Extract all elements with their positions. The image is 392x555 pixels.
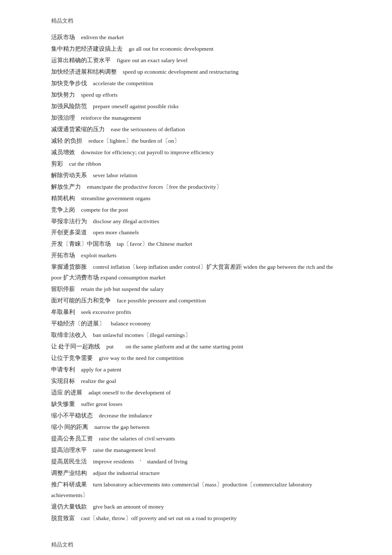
footer-label: 精品文档: [51, 541, 341, 549]
list-item: 让位于竞争需要 give way to the need for competi…: [51, 353, 341, 364]
english-text: ease the seriousness of deflation: [111, 126, 185, 132]
english-text: seek excessive profits: [81, 309, 131, 315]
list-item: 缩小不平稳状态 decrease the imbalance: [51, 411, 341, 421]
english-text: tap〔favor〕the Chinese market: [117, 241, 192, 247]
english-text: reinforce the management: [81, 115, 141, 121]
english-text: narrow the gap between: [94, 424, 149, 430]
chinese-text: 解除劳动关系: [51, 172, 87, 178]
chinese-text: 推广科研成果: [51, 481, 87, 488]
english-text: streamline government organs: [81, 195, 150, 201]
list-item: 实现目标 realize the goal: [51, 376, 341, 387]
english-text: speed up efforts: [81, 92, 118, 98]
english-text: speed up economic development and restru…: [123, 69, 239, 75]
chinese-text: 减缓通货紧缩的压力: [51, 126, 105, 132]
chinese-text: 提高居民生活: [51, 458, 87, 465]
chinese-text: 退仍大量钱款: [51, 503, 87, 510]
chinese-text: 加快经济进展和结构调整: [51, 69, 117, 75]
list-item: 推广科研成果 turn laboratory achievements into…: [51, 480, 341, 501]
chinese-text: 脱贫致富: [51, 515, 75, 521]
list-item: 平稳经济〔的进展〕 balance economy: [51, 319, 341, 329]
chinese-text: 调整产业结构: [51, 470, 87, 476]
list-item: 留职停薪 retain the job but suspend the sala…: [51, 284, 341, 295]
chinese-text: 牟取暴利: [51, 309, 75, 315]
chinese-text: 提高公务员工资: [51, 435, 93, 442]
english-text: turn laboratory achievements into commer…: [51, 481, 312, 498]
chinese-text: 开创更多渠道: [51, 229, 87, 236]
chinese-text: 平稳经济〔的进展〕: [51, 320, 105, 327]
chinese-text: 加快竞争步伐: [51, 80, 87, 86]
chinese-text: 开拓市场: [51, 252, 75, 259]
entry-list: 活跃市场 enliven the market集中精力把经济建设搞上去 go a…: [51, 32, 341, 524]
list-item: 提高公务员工资 raise the salaries of civil serv…: [51, 434, 341, 444]
list-item: 精简机构 streamline government organs: [51, 193, 341, 204]
english-text: balance economy: [111, 320, 151, 327]
chinese-text: 让 处于同一起跑线: [51, 343, 100, 350]
list-item: 加快竞争步伐 accelerate the competition: [51, 78, 341, 89]
english-text: put on the same platform and at the same…: [106, 343, 243, 350]
chinese-text: 缺失惨重: [51, 401, 75, 407]
english-text: open more channels: [93, 229, 139, 236]
list-item: 提高居民生活 improve residents ' standard of l…: [51, 457, 341, 467]
list-item: 退仍大量钱款 give back an amount of money: [51, 502, 341, 512]
list-item: 缺失惨重 suffer great losses: [51, 399, 341, 410]
list-item: 解除劳动关系 sever labor relation: [51, 170, 341, 181]
chinese-text: 竞争上岗: [51, 207, 75, 213]
english-text: prepare oneself against possible risks: [93, 103, 179, 109]
list-item: 加快经济进展和结构调整 speed up economic developmen…: [51, 67, 341, 78]
english-text: realize the goal: [81, 378, 116, 384]
chinese-text: 适应 的进展: [51, 389, 82, 396]
list-item: 加快努力 speed up efforts: [51, 90, 341, 101]
english-text: figure out an exact salary level: [117, 57, 187, 63]
list-item: 牟取暴利 seek excessive profits: [51, 307, 341, 318]
list-item: 面对可能的压力和竞争 face possible pressure and co…: [51, 296, 341, 306]
chinese-text: 加强治理: [51, 115, 75, 121]
list-item: 运算出精确的工资水平 figure out an exact salary le…: [51, 55, 341, 66]
list-item: 调整产业结构 adjust the industrial structure: [51, 468, 341, 479]
chinese-text: 实现目标: [51, 378, 75, 384]
english-text: compete for the post: [81, 207, 128, 213]
chinese-text: 提高治理水平: [51, 447, 87, 453]
english-text: emancipate the productive forces〔free th…: [87, 184, 222, 190]
english-text: give back an amount of money: [93, 503, 164, 510]
list-item: 提高治理水平 raise the management level: [51, 445, 341, 456]
list-item: 缩小 间的距离 narrow the gap between: [51, 422, 341, 433]
list-item: 申请专利 apply for a patent: [51, 365, 341, 375]
chinese-text: 运算出精确的工资水平: [51, 57, 111, 63]
list-item: 取缔非法收入 ban unlawful incomes〔illegal earn…: [51, 330, 341, 341]
chinese-text: 活跃市场: [51, 34, 75, 40]
english-text: ban unlawful incomes〔illegal earnings〕: [93, 332, 191, 338]
english-text: downsize for efficiency; cut payroll to …: [81, 149, 214, 155]
chinese-text: 举报非法行为: [51, 218, 87, 224]
chinese-text: 掌握通货膨胀: [51, 264, 87, 270]
english-text: adjust the industrial structure: [93, 470, 160, 476]
chinese-text: 面对可能的压力和竞争: [51, 297, 111, 304]
chinese-text: 加快努力: [51, 92, 75, 98]
list-item: 加强风险防范 prepare oneself against possible …: [51, 101, 341, 112]
english-text: cut the ribbon: [69, 161, 101, 167]
english-text: accelerate the competition: [93, 80, 153, 86]
english-text: raise the salaries of civil servants: [99, 435, 175, 442]
english-text: give way to the need for competition: [99, 355, 184, 361]
english-text: exploit markets: [81, 252, 117, 259]
english-text: sever labor relation: [93, 172, 137, 178]
english-text: raise the management level: [93, 447, 156, 453]
english-text: face possible pressure and competition: [117, 297, 206, 304]
list-item: 集中精力把经济建设搞上去 go all out for economic dev…: [51, 44, 341, 55]
header-label: 精品文档: [51, 17, 341, 25]
list-item: 开拓市场 exploit markets: [51, 250, 341, 261]
english-text: adapt oneself to the development of: [88, 389, 170, 396]
list-item: 脱贫致富 cast〔shake, throw〕off poverty and s…: [51, 513, 341, 524]
chinese-text: 减员增效: [51, 149, 75, 155]
list-item: 活跃市场 enliven the market: [51, 32, 341, 43]
chinese-text: 取缔非法收入: [51, 332, 87, 338]
chinese-text: 缩小 间的距离: [51, 424, 88, 430]
list-item: 适应 的进展 adapt oneself to the development …: [51, 388, 341, 398]
chinese-text: 剪彩: [51, 161, 63, 167]
english-text: retain the job but suspend the salary: [81, 286, 164, 292]
english-text: go all out for economic development: [129, 46, 213, 52]
english-text: control inflation〔keep inflation under c…: [51, 264, 333, 281]
list-item: 剪彩 cut the ribbon: [51, 159, 341, 170]
english-text: cast〔shake, throw〕off poverty and set ou…: [81, 515, 237, 521]
list-item: 减缓通货紧缩的压力 ease the seriousness of deflat…: [51, 124, 341, 135]
list-item: 竞争上岗 compete for the post: [51, 205, 341, 216]
